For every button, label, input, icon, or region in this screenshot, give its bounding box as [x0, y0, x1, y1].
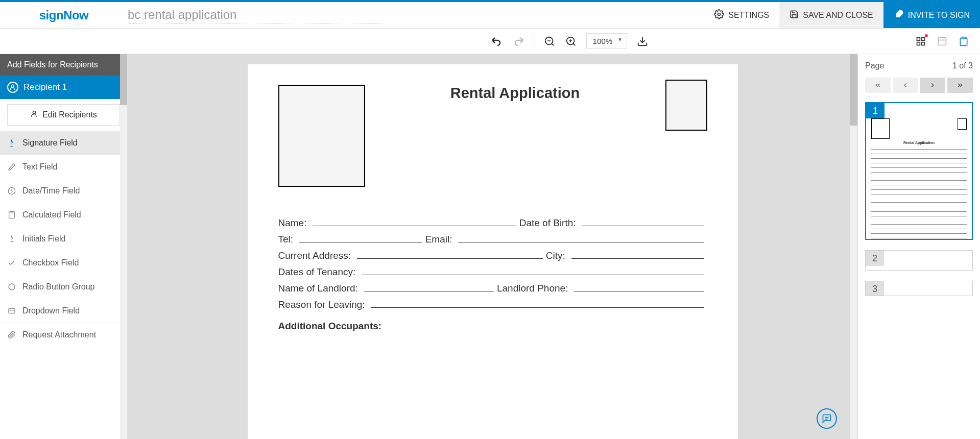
placeholder-box-right [665, 80, 707, 131]
form-label: Current Address: [278, 250, 351, 261]
text-icon [7, 162, 16, 172]
field-label: Date/Time Field [22, 186, 80, 196]
page-panel: Page 1 of 3 1 Rental Application [857, 54, 980, 439]
thumb-number: 2 [866, 251, 884, 266]
zoom-in-button[interactable] [565, 35, 577, 47]
field-calculated[interactable]: Calculated Field [0, 203, 127, 227]
form-label: Email: [425, 234, 452, 245]
clock-icon [7, 186, 16, 196]
field-label: Calculated Field [22, 210, 81, 220]
zoom-select[interactable]: 100% ▼ [586, 33, 627, 49]
svg-point-23 [9, 284, 15, 290]
svg-point-16 [33, 111, 35, 114]
page-label: Page [865, 61, 884, 70]
form-label: Reason for Leaving: [278, 299, 365, 310]
settings-button[interactable]: SETTINGS [704, 2, 779, 28]
undo-button[interactable] [491, 35, 503, 47]
zoom-out-button[interactable] [543, 35, 556, 47]
panel-button[interactable] [936, 35, 948, 47]
field-text[interactable]: Text Field [0, 155, 127, 179]
page-thumbnail-1[interactable]: 1 Rental Application [865, 102, 973, 240]
calculator-icon [7, 210, 16, 220]
document-canvas[interactable]: Rental Application Name:Date of Birth: T… [128, 54, 857, 439]
field-label: Request Attachment [22, 330, 96, 339]
recipient-label: Recipient 1 [23, 82, 67, 92]
field-label: Signature Field [22, 138, 78, 148]
radio-icon [7, 282, 16, 291]
svg-point-0 [718, 13, 721, 15]
logo: signNow [0, 8, 128, 22]
field-attachment[interactable]: Request Attachment [0, 323, 127, 347]
svg-rect-14 [962, 37, 966, 38]
field-label: Dropdown Field [22, 306, 80, 315]
canvas-scrollbar[interactable] [850, 54, 857, 439]
edit-recipients-button[interactable]: Edit Recipients [7, 104, 120, 126]
redo-button[interactable] [512, 35, 524, 47]
checkbox-icon [7, 258, 16, 267]
svg-point-15 [12, 85, 14, 87]
edit-recipients-label: Edit Recipients [42, 110, 97, 119]
field-dropdown[interactable]: Dropdown Field [0, 299, 127, 323]
app-header: signNow bc rental application SETTINGS S… [0, 2, 980, 29]
prev-page-button[interactable] [893, 78, 918, 93]
dropdown-icon [7, 306, 16, 315]
save-label: SAVE AND CLOSE [803, 11, 873, 20]
field-signature[interactable]: Signature Field [0, 131, 127, 155]
svg-rect-10 [917, 42, 920, 45]
field-label: Text Field [22, 162, 57, 172]
page-count: 1 of 3 [952, 61, 973, 70]
sidebar-scrollbar[interactable] [120, 54, 127, 439]
form-label: City: [546, 250, 565, 261]
invite-label: INVITE TO SIGN [908, 11, 970, 20]
svg-rect-9 [922, 37, 925, 40]
document-title-input[interactable]: bc rental application [128, 7, 383, 23]
signature-icon [7, 138, 16, 148]
field-checkbox[interactable]: Checkbox Field [0, 251, 127, 275]
chat-button[interactable] [817, 408, 837, 429]
field-datetime[interactable]: Date/Time Field [0, 179, 127, 203]
sidebar: Add Fields for Recipients Recipient 1 Ed… [0, 54, 128, 439]
form-label: Dates of Tenancy: [278, 266, 356, 278]
thumb-number: 3 [866, 281, 884, 296]
field-label: Initials Field [22, 234, 65, 243]
field-initials[interactable]: Initials Field [0, 227, 127, 251]
svg-rect-11 [922, 42, 925, 45]
chevron-down-icon: ▼ [617, 37, 623, 42]
last-page-button[interactable] [947, 78, 973, 93]
document-page: Rental Application Name:Date of Birth: T… [248, 64, 738, 439]
save-icon [790, 10, 799, 21]
person-icon [7, 82, 18, 93]
attachment-icon [7, 330, 16, 339]
toolbar: 100% ▼ [0, 29, 980, 54]
zoom-value: 100% [593, 37, 612, 45]
first-page-button[interactable] [865, 78, 891, 93]
svg-line-2 [552, 43, 554, 45]
next-page-button[interactable] [920, 78, 946, 93]
page-thumbnail-3[interactable]: 3 [865, 281, 973, 296]
save-close-button[interactable]: SAVE AND CLOSE [779, 2, 883, 28]
field-label: Checkbox Field [22, 258, 79, 267]
download-button[interactable] [636, 35, 649, 47]
gear-icon [714, 9, 724, 21]
layout-button[interactable] [915, 35, 927, 47]
sidebar-title: Add Fields for Recipients [0, 54, 127, 76]
field-radio[interactable]: Radio Button Group [0, 275, 127, 299]
placeholder-box-left [278, 85, 365, 187]
form-label: Landlord Phone: [497, 283, 568, 294]
form-label: Tel: [278, 234, 294, 245]
settings-label: SETTINGS [728, 11, 769, 20]
svg-rect-24 [9, 308, 15, 313]
form-label: Name: [278, 217, 307, 229]
field-label: Radio Button Group [22, 282, 94, 291]
page-thumbnail-2[interactable]: 2 [865, 250, 973, 271]
invite-button[interactable]: INVITE TO SIGN [883, 2, 980, 28]
recipient-row[interactable]: Recipient 1 [0, 76, 127, 99]
form-label: Name of Landlord: [278, 283, 358, 294]
feather-icon [894, 9, 904, 21]
section-header: Additional Occupants: [278, 321, 707, 332]
form-label: Date of Birth: [519, 217, 576, 229]
pages-button[interactable] [958, 35, 970, 47]
svg-rect-12 [939, 37, 946, 45]
document-heading: Rental Application [450, 85, 580, 102]
thumb-number: 1 [866, 103, 885, 118]
